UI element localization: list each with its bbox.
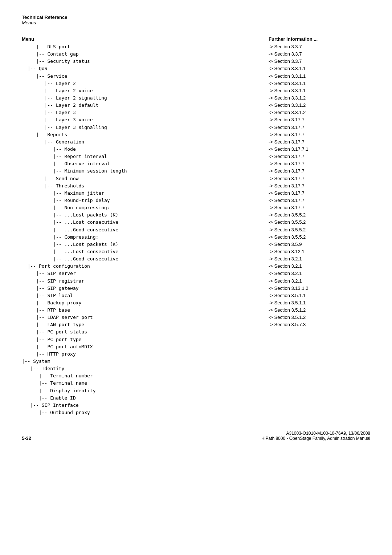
info-item: -> Section 3.13.1.2 <box>269 285 370 292</box>
tree-menu-item: |-- Layer 3 signalling <box>22 124 269 131</box>
tree-menu-item: |-- SIP Interface <box>22 402 269 409</box>
header: Technical Reference Menus <box>22 15 370 25</box>
tree-menu-item: |-- ...Lost consecutive <box>22 248 269 255</box>
info-item: -> Section 3.2.1 <box>269 270 370 277</box>
tree-menu-item: |-- Non-compressing: <box>22 204 269 211</box>
tree-menu-item: |-- Outbound proxy <box>22 409 269 416</box>
info-item: -> Section 3.17.7 <box>269 124 370 131</box>
main-content: Menu |-- DLS port |-- Contact gap |-- Se… <box>22 36 370 416</box>
info-item: -> Section 3.3.7 <box>269 58 370 65</box>
tree-menu-item: |-- Layer 2 <box>22 80 269 87</box>
info-item: -> Section 3.17.7 <box>269 153 370 160</box>
tree-menu-item: |-- DLS port <box>22 43 269 50</box>
tree-menu-item: |-- Compressing: <box>22 234 269 241</box>
info-item: -> Section 3.17.7 <box>269 167 370 175</box>
info-item: -> Section 3.17.7 <box>269 175 370 182</box>
tree-menu-item: |-- Maximum jitter <box>22 190 269 197</box>
header-title: Technical Reference <box>22 15 370 20</box>
info-item: -> Section 3.3.7 <box>269 43 370 50</box>
info-item: -> Section 3.3.1.2 <box>269 102 370 109</box>
info-item: -> Section 3.5.5.2 <box>269 219 370 226</box>
info-item: -> Section 3.3.1.1 <box>269 65 370 72</box>
info-item: -> Section 3.12.1 <box>269 248 370 255</box>
info-item: -> Section 3.17.7.1 <box>269 146 370 153</box>
tree-menu-item: |-- System <box>22 358 269 365</box>
footer-ref: A31003-O1010-M100-10-76A9, 13/06/2008 <box>261 431 370 436</box>
tree-menu-item: |-- HTTP proxy <box>22 351 269 358</box>
tree-menu-item: |-- ...Lost packets (K) <box>22 241 269 248</box>
tree-menu-item: |-- SIP registrar <box>22 278 269 285</box>
tree-menu-item: |-- ...Lost packets (K) <box>22 211 269 219</box>
tree-container: |-- DLS port |-- Contact gap |-- Securit… <box>22 43 269 416</box>
tree-menu-item: |-- Minimum session length <box>22 167 269 175</box>
info-item: -> Section 3.5.1.2 <box>269 307 370 314</box>
info-item: -> Section 3.17.7 <box>269 182 370 190</box>
info-item: -> Section 3.2.1 <box>269 278 370 285</box>
tree-menu-item: |-- Enable ID <box>22 394 269 402</box>
info-column-header: Further information ... <box>269 36 370 42</box>
info-item: -> Section 3.5.1.1 <box>269 299 370 307</box>
info-item: -> Section 3.17.7 <box>269 138 370 146</box>
tree-menu-item: |-- ...Good consecutive <box>22 226 269 234</box>
info-item: -> Section 3.3.1.2 <box>269 109 370 116</box>
info-item: -> Section 3.3.1.1 <box>269 80 370 87</box>
info-item: -> Section 3.17.7 <box>269 131 370 138</box>
info-item: -> Section 3.17.7 <box>269 116 370 123</box>
header-subtitle: Menus <box>22 20 370 25</box>
tree-menu-item: |-- Display identity <box>22 387 269 394</box>
tree-menu-item: |-- Terminal number <box>22 372 269 380</box>
tree-menu-item: |-- Send now <box>22 175 269 182</box>
tree-menu-item: |-- LDAP server port <box>22 314 269 321</box>
tree-menu-item: |-- Backup proxy <box>22 299 269 307</box>
tree-menu-item: |-- Security status <box>22 58 269 65</box>
tree-menu-item: |-- Thresholds <box>22 182 269 190</box>
footer-page-number: 5-32 <box>22 436 31 441</box>
tree-menu-item: |-- Layer 2 voice <box>22 87 269 94</box>
info-item: -> Section 3.3.1.1 <box>269 87 370 94</box>
tree-menu-item: |-- Contact gap <box>22 50 269 58</box>
tree-menu-item: |-- Layer 2 default <box>22 102 269 109</box>
info-item: -> Section 3.5.1.1 <box>269 292 370 299</box>
info-item: -> Section 3.5.5.2 <box>269 211 370 219</box>
info-item: -> Section 3.5.9 <box>269 241 370 248</box>
menu-column: Menu |-- DLS port |-- Contact gap |-- Se… <box>22 36 269 416</box>
tree-menu-item: |-- SIP local <box>22 292 269 299</box>
tree-menu-item: |-- SIP server <box>22 270 269 277</box>
tree-menu-item: |-- Reports <box>22 131 269 138</box>
tree-menu-item: |-- Layer 2 signalling <box>22 94 269 102</box>
info-item: -> Section 3.3.1.2 <box>269 94 370 102</box>
tree-menu-item: |-- Service <box>22 73 269 80</box>
tree-menu-item: |-- PC port autoMDIX <box>22 343 269 351</box>
info-item: -> Section 3.3.7 <box>269 50 370 58</box>
tree-menu-item: |-- QoS <box>22 65 269 72</box>
info-item: -> Section 3.17.7 <box>269 160 370 167</box>
tree-menu-item: |-- Generation <box>22 138 269 146</box>
info-item: -> Section 3.17.7 <box>269 190 370 197</box>
tree-menu-item: |-- Identity <box>22 365 269 372</box>
tree-menu-item: |-- Port configuration <box>22 263 269 270</box>
info-item: -> Section 3.17.7 <box>269 204 370 211</box>
tree-menu-item: |-- SIP gateway <box>22 285 269 292</box>
info-item: -> Section 3.3.1.1 <box>269 73 370 80</box>
tree-menu-item: |-- Report interval <box>22 153 269 160</box>
footer: 5-32 A31003-O1010-M100-10-76A9, 13/06/20… <box>22 431 370 441</box>
tree-menu-item: |-- Observe interval <box>22 160 269 167</box>
tree-menu-item: |-- RTP base <box>22 307 269 314</box>
info-item: -> Section 3.5.5.2 <box>269 234 370 241</box>
tree-menu-item: |-- PC port type <box>22 336 269 343</box>
footer-right: A31003-O1010-M100-10-76A9, 13/06/2008 Hi… <box>261 431 370 441</box>
tree-menu-item: |-- ...Lost consecutive <box>22 219 269 226</box>
footer-manual: HiPath 8000 - OpenStage Family, Administ… <box>261 436 370 441</box>
tree-menu-item: |-- Layer 3 <box>22 109 269 116</box>
info-item: -> Section 3.2.1 <box>269 263 370 270</box>
tree-menu-item: |-- Terminal name <box>22 380 269 387</box>
info-item: -> Section 3.5.7.3 <box>269 321 370 328</box>
menu-column-header: Menu <box>22 36 269 42</box>
tree-menu-item: |-- LAN port type <box>22 321 269 328</box>
info-item: -> Section 3.5.1.2 <box>269 314 370 321</box>
info-item: -> Section 3.2.1 <box>269 255 370 263</box>
tree-menu-item: |-- PC port status <box>22 328 269 336</box>
tree-menu-item: |-- ...Good consecutive <box>22 255 269 263</box>
info-container: -> Section 3.3.7-> Section 3.3.7-> Secti… <box>269 43 370 328</box>
tree-menu-item: |-- Mode <box>22 146 269 153</box>
